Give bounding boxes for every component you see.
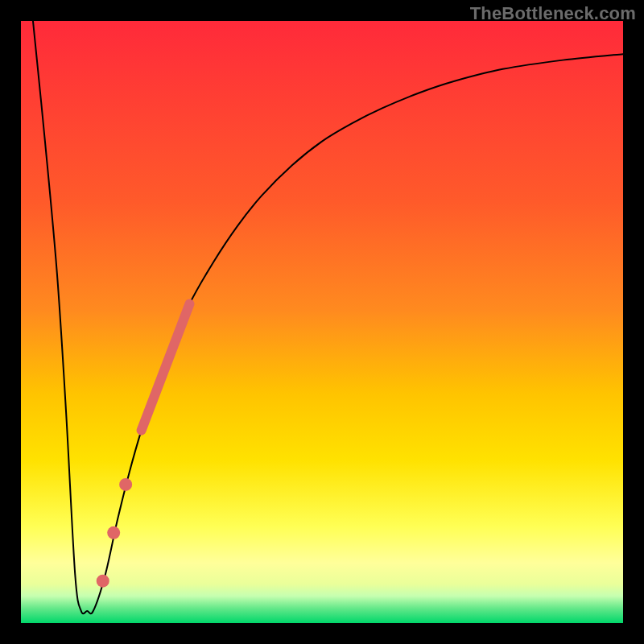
- outer-frame: TheBottleneck.com: [0, 0, 644, 644]
- chart-canvas: [21, 21, 623, 623]
- dot-1: [119, 478, 132, 491]
- plot-area: [21, 21, 623, 623]
- watermark-text: TheBottleneck.com: [470, 3, 636, 24]
- dot-2: [107, 526, 120, 539]
- dot-3: [97, 575, 109, 588]
